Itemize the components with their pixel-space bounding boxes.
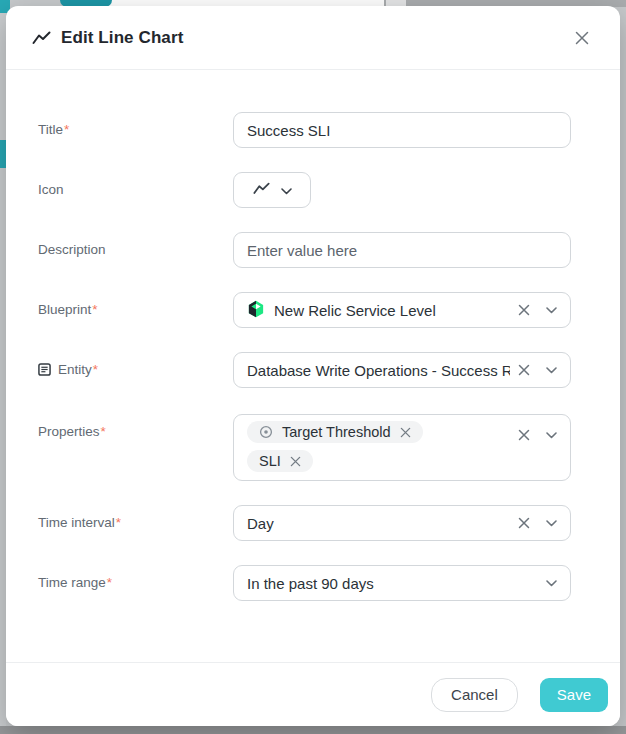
description-input[interactable] (233, 232, 571, 268)
required-asterisk: * (101, 424, 106, 439)
time-range-label: Time range* (38, 565, 233, 601)
time-interval-label: Time interval* (38, 505, 233, 541)
time-interval-select[interactable]: Day (233, 505, 571, 541)
clear-icon[interactable] (518, 517, 530, 529)
chip-sli: SLI (247, 450, 313, 472)
blueprint-value: New Relic Service Level (274, 302, 436, 319)
required-asterisk: * (116, 515, 121, 530)
icon-label: Icon (38, 172, 233, 208)
modal-header: Edit Line Chart (6, 6, 620, 70)
chip-label: SLI (259, 453, 281, 469)
chevron-down-icon[interactable] (546, 367, 557, 374)
chip-remove-icon[interactable] (290, 456, 301, 467)
field-row-blueprint: Blueprint* New Relic Service Level (38, 292, 594, 328)
chevron-down-icon (281, 183, 292, 198)
clear-icon[interactable] (518, 304, 530, 316)
title-input[interactable] (233, 112, 571, 148)
properties-label: Properties* (38, 414, 233, 450)
entity-value: Database Write Operations - Success R (247, 362, 510, 379)
time-range-value: In the past 90 days (247, 575, 538, 592)
required-asterisk: * (107, 575, 112, 590)
title-label: Title* (38, 112, 233, 148)
field-row-time-interval: Time interval* Day (38, 505, 594, 541)
new-relic-icon (247, 300, 265, 321)
required-asterisk: * (93, 362, 98, 377)
entity-icon (38, 354, 51, 390)
blueprint-label: Blueprint* (38, 292, 233, 328)
clear-icon[interactable] (518, 429, 530, 441)
chevron-down-icon[interactable] (546, 307, 557, 314)
properties-select[interactable]: Target Threshold SLI (233, 414, 571, 481)
field-row-entity: Entity* Database Write Operations - Succ… (38, 352, 594, 390)
chevron-down-icon[interactable] (546, 580, 557, 587)
required-asterisk: * (92, 302, 97, 317)
line-chart-icon (253, 182, 270, 198)
target-icon (259, 425, 273, 439)
clear-icon[interactable] (518, 364, 530, 376)
chevron-down-icon[interactable] (546, 520, 557, 527)
entity-label: Entity* (38, 352, 233, 390)
description-label: Description (38, 232, 233, 268)
blueprint-select[interactable]: New Relic Service Level (233, 292, 571, 328)
chevron-down-icon[interactable] (546, 432, 557, 439)
time-interval-value: Day (247, 515, 510, 532)
field-row-properties: Properties* Target Threshold (38, 414, 594, 481)
modal-title: Edit Line Chart (61, 28, 183, 48)
line-chart-icon (32, 31, 51, 45)
chip-label: Target Threshold (282, 424, 391, 440)
entity-select[interactable]: Database Write Operations - Success R (233, 352, 571, 388)
close-icon[interactable] (570, 26, 594, 50)
required-asterisk: * (64, 122, 69, 137)
time-range-select[interactable]: In the past 90 days (233, 565, 571, 601)
field-row-time-range: Time range* In the past 90 days (38, 565, 594, 601)
field-row-description: Description (38, 232, 594, 268)
modal-body: Title* Icon (6, 70, 620, 601)
edit-line-chart-modal: Edit Line Chart Title* Icon (6, 6, 620, 726)
cancel-button[interactable]: Cancel (431, 678, 518, 712)
modal-footer: Cancel Save (6, 662, 620, 726)
save-button[interactable]: Save (540, 678, 608, 712)
icon-picker-button[interactable] (233, 172, 311, 208)
backdrop-bottom-bar (0, 726, 626, 734)
field-row-icon: Icon (38, 172, 594, 208)
chip-target-threshold: Target Threshold (247, 421, 423, 443)
field-row-title: Title* (38, 112, 594, 148)
chip-remove-icon[interactable] (400, 427, 411, 438)
